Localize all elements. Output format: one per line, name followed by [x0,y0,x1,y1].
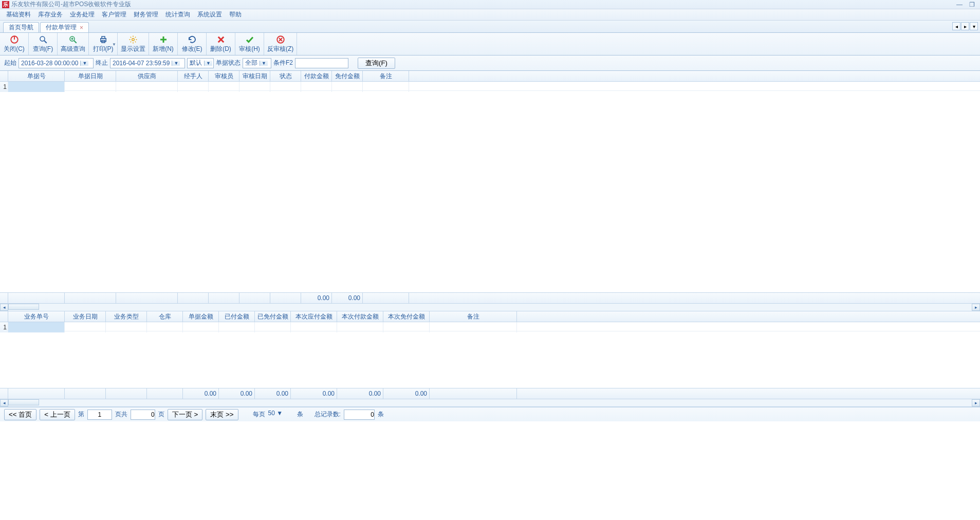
edit-button[interactable]: 修改(E) [178,33,207,55]
advquery-button[interactable]: 高级查询 [58,33,89,55]
cell-payamt[interactable] [301,82,332,92]
menu-统计查询[interactable]: 统计查询 [162,9,193,20]
cell-paidamt[interactable] [219,322,255,332]
col-header-paidamt[interactable]: 已付金额 [219,311,255,322]
col-header-auditdate[interactable]: 审核日期 [239,71,270,81]
start-date-combo[interactable]: 2016-03-28 00:00:00 ▼ [19,58,94,68]
cell-auditdate[interactable] [239,82,270,92]
cell-billno[interactable] [8,82,65,92]
first-page-button[interactable]: << 首页 [4,409,36,420]
chevron-down-icon[interactable]: ▼ [112,42,116,46]
chevron-down-icon[interactable]: ▼ [260,61,268,66]
unaudit-button[interactable]: 反审核(Z) [264,33,297,55]
menu-业务处理[interactable]: 业务处理 [67,9,98,20]
menu-基础资料[interactable]: 基础资料 [3,9,34,20]
start-date-value: 2016-03-28 00:00:00 [19,60,80,67]
cell-bizdate[interactable] [65,322,106,332]
cell-status[interactable] [270,82,301,92]
col-header-freeamt[interactable]: 免付金额 [332,71,363,81]
perpage-combo[interactable]: 50 ▼ [268,410,294,420]
maximize-button[interactable]: ❐ [966,1,978,8]
col-header-billno[interactable]: 单据号 [8,71,65,81]
col-header-wh[interactable]: 仓库 [147,311,183,322]
col-header-billamt[interactable]: 单据金额 [183,311,219,322]
close-icon[interactable]: × [80,24,83,31]
page-input[interactable] [87,410,112,420]
close-button[interactable]: 关闭(C) [0,33,29,55]
cell-supplier[interactable] [116,82,178,92]
minimize-button[interactable]: — [953,1,966,8]
chevron-down-icon[interactable]: ▼ [276,410,283,417]
chevron-down-icon[interactable]: ▼ [172,61,180,66]
gear-icon [128,35,138,44]
col-header-thisfree[interactable]: 本次免付金额 [383,311,430,322]
scroll-thumb[interactable] [8,399,39,405]
tabstrip-tool-prev[interactable]: ◂ [952,22,960,30]
cell-bizno[interactable] [8,322,65,332]
menu-财务管理[interactable]: 财务管理 [131,9,161,20]
col-header-biztype[interactable]: 业务类型 [106,311,147,322]
chevron-down-icon[interactable]: ▼ [80,61,88,66]
cell-handler[interactable] [178,82,209,92]
tabstrip-tool-menu[interactable]: ▾ [970,22,978,30]
cell-remark[interactable] [430,322,517,332]
chevron-down-icon[interactable]: ▼ [204,61,212,66]
prev-page-button[interactable]: < 上一页 [40,409,75,420]
col-header-dueamt[interactable]: 本次应付金额 [291,311,337,322]
col-header-bizdate[interactable]: 业务日期 [65,311,106,322]
tab-首页导航[interactable]: 首页导航 [3,22,39,32]
cell-biztype[interactable] [106,322,147,332]
cell-freeamt[interactable] [332,82,363,92]
display-button[interactable]: 显示设置 [118,33,149,55]
col-header-bizno[interactable]: 业务单号 [8,311,65,322]
last-page-button[interactable]: 末页 >> [206,409,238,420]
scroll-right-icon[interactable]: ▸ [972,399,980,406]
tab-付款单管理[interactable]: 付款单管理× [40,22,89,32]
records-suf: 条 [378,410,384,419]
col-header-thispay[interactable]: 本次付款金额 [337,311,383,322]
menu-帮助[interactable]: 帮助 [226,9,245,20]
col-header-freedamt[interactable]: 已免付金额 [255,311,291,322]
cell-thisfree[interactable] [383,322,430,332]
cell-billdate[interactable] [65,82,116,92]
status-combo[interactable]: 全部 ▼ [243,58,271,68]
condition-input[interactable] [295,58,348,68]
cell-auditor[interactable] [209,82,239,92]
scroll-right-icon[interactable]: ▸ [972,304,980,311]
cell-thispay[interactable] [337,322,383,332]
delete-button[interactable]: 删除(D) [207,33,235,55]
menu-库存业务[interactable]: 库存业务 [35,9,66,20]
grid1-hscroll[interactable]: ◂ ▸ [0,303,980,311]
col-header-status[interactable]: 状态 [270,71,301,81]
plus-icon [159,35,168,44]
scroll-left-icon[interactable]: ◂ [0,399,8,406]
print-button[interactable]: 打印(P)▼ [89,33,118,55]
end-date-combo[interactable]: 2016-04-07 23:59:59 ▼ [110,58,185,68]
default-combo[interactable]: 默认 ▼ [187,58,214,68]
audit-button[interactable]: 审核(H) [235,33,264,55]
cell-billamt[interactable] [183,322,219,332]
query-button[interactable]: 查询(F) [358,58,395,69]
col-header-billdate[interactable]: 单据日期 [65,71,116,81]
menu-客户管理[interactable]: 客户管理 [99,9,130,20]
table-row[interactable]: 1 [0,82,980,91]
grid2-hscroll[interactable]: ◂ ▸ [0,399,980,407]
tabstrip-tool-next[interactable]: ▸ [961,22,969,30]
col-header-remark[interactable]: 备注 [430,311,517,322]
menu-系统设置[interactable]: 系统设置 [194,9,225,20]
col-header-remark[interactable]: 备注 [363,71,409,81]
col-header-payamt[interactable]: 付款金额 [301,71,332,81]
table-row[interactable]: 1 [0,322,980,331]
scroll-left-icon[interactable]: ◂ [0,304,8,311]
cell-freedamt[interactable] [255,322,291,332]
col-header-supplier[interactable]: 供应商 [116,71,178,81]
scroll-thumb[interactable] [8,304,39,310]
cell-dueamt[interactable] [291,322,337,332]
cell-remark[interactable] [363,82,409,92]
add-button[interactable]: 新增(N) [149,33,178,55]
col-header-auditor[interactable]: 审核员 [209,71,239,81]
next-page-button[interactable]: 下一页 > [168,409,203,420]
cell-wh[interactable] [147,322,183,332]
col-header-handler[interactable]: 经手人 [178,71,209,81]
query-button[interactable]: 查询(F) [29,33,58,55]
